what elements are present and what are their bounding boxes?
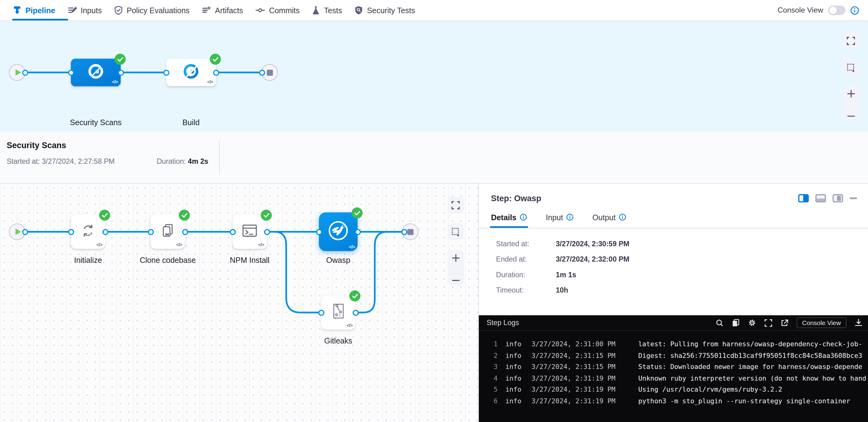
tab-label: Commits <box>269 6 300 15</box>
stage-connectors <box>0 21 868 132</box>
connector-port <box>68 229 74 235</box>
detail-value: 1m 1s <box>556 270 577 279</box>
tab-label: Inputs <box>81 6 102 15</box>
detail-row: Timeout: 10h <box>496 286 868 294</box>
settings-gear-icon[interactable] <box>748 319 756 327</box>
step-logs-header: Step Logs <box>479 315 868 331</box>
connector-port <box>264 229 270 235</box>
code-glyph: </> <box>258 242 264 247</box>
zoom-out-button[interactable] <box>447 280 464 282</box>
console-view-toggle[interactable] <box>828 5 845 15</box>
commit-icon <box>255 5 265 15</box>
connector-port <box>229 229 236 235</box>
tab-artifacts[interactable]: Artifacts <box>195 0 249 21</box>
log-level: info <box>505 361 527 372</box>
shield-search-icon <box>354 5 363 15</box>
artifacts-icon <box>202 5 211 15</box>
stage-duration: Duration: 4m 2s <box>157 157 208 165</box>
code-glyph: </> <box>96 242 102 247</box>
top-nav: Pipeline Inputs Policy Evaluations Art <box>0 0 868 21</box>
detail-label: Duration: <box>496 270 556 279</box>
step-details-table: Started at: 3/27/2024, 2:30:59 PM Ended … <box>479 228 868 315</box>
success-badge <box>210 54 221 65</box>
info-icon[interactable] <box>520 214 527 221</box>
step-graph-canvas[interactable]: </> Initialize </> Clone codebase <box>0 184 478 422</box>
log-line-number: 5 <box>479 384 498 395</box>
owasp-icon <box>326 218 350 245</box>
success-badge <box>179 210 190 221</box>
log-line: 3 info 3/27/2024, 2:31:15 PM Status: Dow… <box>479 361 868 372</box>
step-label: NPM Install <box>208 256 291 264</box>
search-icon[interactable] <box>716 319 723 327</box>
copy-icon[interactable] <box>732 319 739 327</box>
step-logs-body: 1 info 3/27/2024, 2:31:00 PM latest: Pul… <box>479 331 868 422</box>
layout-right-view-icon[interactable] <box>798 194 809 202</box>
nav-tabs: Pipeline Inputs Policy Evaluations Art <box>7 0 422 21</box>
tab-security-tests[interactable]: Security Tests <box>348 0 421 21</box>
download-icon[interactable] <box>855 319 863 327</box>
log-timestamp: 3/27/2024, 2:31:15 PM <box>531 350 630 361</box>
stage-label: Security Scans <box>54 118 137 127</box>
play-icon <box>16 228 21 235</box>
step-node-clone-codebase[interactable]: </> <box>151 215 185 249</box>
tab-policy-evaluations[interactable]: Policy Evaluations <box>108 0 195 21</box>
open-in-new-icon[interactable] <box>780 319 788 327</box>
layout-floating-view-icon[interactable] <box>833 194 843 202</box>
zoom-in-button[interactable] <box>447 254 464 262</box>
step-node-gitleaks[interactable]: </> <box>321 295 355 330</box>
detail-label: Timeout: <box>496 286 556 294</box>
tab-input[interactable]: Input <box>546 206 574 228</box>
info-icon[interactable] <box>566 214 574 221</box>
gitleaks-icon <box>330 302 346 323</box>
tab-details[interactable]: Details <box>491 206 527 228</box>
tab-pipeline[interactable]: Pipeline <box>7 0 61 21</box>
fullscreen-icon[interactable] <box>765 319 772 327</box>
log-timestamp: 3/27/2024, 2:31:19 PM <box>531 384 630 395</box>
minimize-panel-icon[interactable] <box>849 197 857 199</box>
zoom-out-button[interactable] <box>842 115 859 117</box>
canvas-fullscreen-button[interactable] <box>842 33 859 49</box>
zoom-in-button[interactable] <box>842 90 859 98</box>
info-icon[interactable] <box>850 6 859 15</box>
tab-commits[interactable]: Commits <box>249 0 306 21</box>
step-node-initialize[interactable]: </> <box>71 215 105 249</box>
detail-row: Started at: 3/27/2024, 2:30:59 PM <box>496 239 868 248</box>
divider <box>219 139 220 174</box>
info-icon[interactable] <box>619 214 626 221</box>
log-line: 4 info 3/27/2024, 2:31:19 PM Unknown rub… <box>479 372 868 384</box>
step-canvas-fullscreen-button[interactable] <box>447 197 464 214</box>
detail-value: 3/27/2024, 2:30:59 PM <box>556 239 629 248</box>
console-view-button[interactable]: Console View <box>797 317 846 328</box>
stage-graph-canvas[interactable]: </> Security Scans </> Build <box>0 21 868 132</box>
stage-node-security-scans[interactable]: </> <box>71 59 121 86</box>
tab-label: Security Tests <box>367 6 415 15</box>
log-timestamp: 3/27/2024, 2:31:15 PM <box>531 361 630 372</box>
log-line-number: 6 <box>479 395 498 407</box>
code-glyph: </> <box>346 322 352 328</box>
code-glyph: </> <box>207 79 213 85</box>
connector-port <box>213 69 219 75</box>
code-glyph: </> <box>112 79 118 85</box>
success-badge <box>99 210 110 221</box>
success-badge <box>349 290 360 301</box>
tab-tests[interactable]: Tests <box>306 0 348 21</box>
step-node-npm-install[interactable]: </> <box>232 215 267 249</box>
detail-value: 10h <box>556 286 568 294</box>
tab-output[interactable]: Output <box>592 206 626 228</box>
log-level: info <box>505 395 527 407</box>
connector-port <box>182 229 188 235</box>
layout-bottom-view-icon[interactable] <box>815 194 826 202</box>
shield-check-icon <box>114 5 123 15</box>
log-level: info <box>505 338 527 350</box>
step-node-owasp[interactable]: </> <box>319 213 358 251</box>
tab-label: Input <box>546 213 563 221</box>
tab-inputs[interactable]: Inputs <box>61 0 108 21</box>
log-message: python3 -m sto_plugin --run-strategy sin… <box>639 395 850 407</box>
panel-layout-controls <box>798 194 857 202</box>
stage-node-build[interactable]: </> <box>166 59 216 86</box>
step-canvas-selection-button[interactable] <box>447 224 464 240</box>
step-label: Clone codebase <box>126 256 209 264</box>
ci-stage-icon <box>86 62 105 83</box>
canvas-selection-button[interactable] <box>842 59 859 76</box>
log-level: info <box>505 372 527 384</box>
